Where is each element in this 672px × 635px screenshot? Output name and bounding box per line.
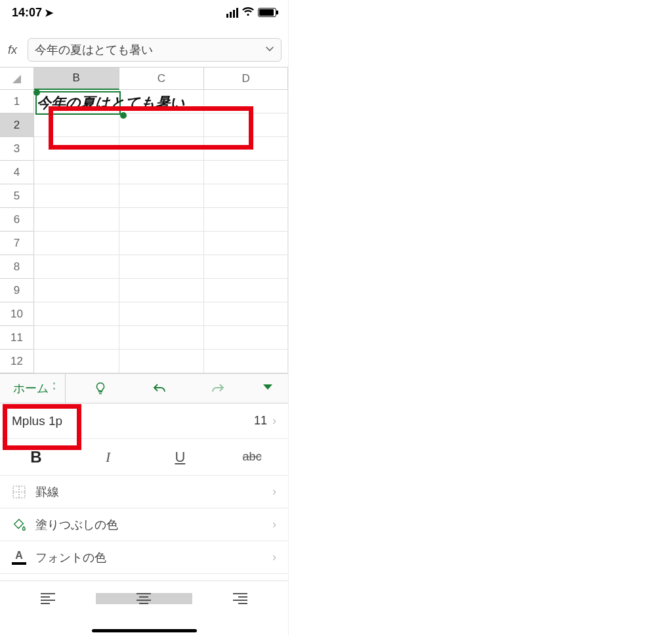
cell[interactable] (34, 232, 119, 255)
row-header[interactable]: 3 (0, 137, 34, 161)
paint-bucket-icon (12, 518, 35, 532)
status-time: 14:07➤ (12, 6, 53, 20)
row-header[interactable]: 6 (0, 208, 34, 232)
cell[interactable] (119, 208, 205, 232)
font-color-label: フォントの色 (35, 550, 106, 565)
row-header[interactable]: 8 (0, 255, 34, 279)
cell[interactable] (34, 350, 119, 373)
row-header[interactable]: 4 (0, 161, 34, 184)
wifi-icon (242, 7, 254, 18)
annotation-highlight (49, 106, 253, 150)
row-header[interactable]: 10 (0, 302, 34, 326)
cell[interactable] (34, 302, 119, 326)
home-indicator[interactable] (92, 629, 197, 632)
borders-button[interactable]: 罫線 › (0, 476, 288, 508)
font-color-button[interactable]: A フォントの色 › (0, 541, 288, 574)
undo-icon[interactable] (130, 381, 189, 396)
cell[interactable] (119, 161, 205, 184)
formula-input[interactable]: 今年の夏はとても暑い (28, 38, 282, 62)
cell[interactable] (34, 208, 119, 232)
fill-color-label: 塗りつぶしの色 (35, 517, 118, 533)
cell[interactable] (34, 279, 119, 302)
row-header[interactable]: 12 (0, 350, 34, 373)
battery-icon (258, 8, 276, 17)
fx-label: fx (8, 43, 22, 57)
cell[interactable] (204, 350, 288, 373)
align-left-button[interactable] (0, 593, 96, 604)
ribbon-tab-home[interactable]: ホーム (0, 380, 52, 396)
cell[interactable] (119, 279, 205, 302)
cell[interactable] (204, 255, 288, 279)
cell[interactable] (34, 255, 119, 279)
font-color-icon: A (12, 550, 35, 565)
status-bar: 14:07➤ (0, 0, 288, 22)
chevron-right-icon: › (272, 414, 276, 428)
cell[interactable] (119, 326, 205, 350)
signal-icon (226, 8, 238, 18)
row-header[interactable]: 1 (0, 90, 34, 113)
row-header[interactable]: 9 (0, 279, 34, 302)
italic-button[interactable]: I (72, 439, 144, 475)
annotation-highlight (3, 404, 81, 450)
cell[interactable] (119, 232, 205, 255)
cell[interactable] (119, 184, 205, 208)
font-size-button[interactable]: 11 (254, 414, 267, 428)
chevron-down-icon[interactable] (265, 44, 274, 56)
cell[interactable] (204, 208, 288, 232)
select-all-corner[interactable] (0, 68, 34, 90)
row-header[interactable]: 5 (0, 184, 34, 208)
row-header[interactable]: 11 (0, 326, 34, 350)
cell[interactable] (119, 255, 205, 279)
underline-button[interactable]: U (144, 439, 217, 475)
row-header[interactable]: 2 (0, 113, 34, 137)
cell[interactable] (119, 350, 205, 373)
cell[interactable] (204, 232, 288, 255)
align-center-button[interactable] (96, 593, 192, 604)
chevron-right-icon: › (272, 485, 276, 499)
cell[interactable] (34, 184, 119, 208)
cell[interactable] (204, 161, 288, 184)
redo-icon[interactable] (188, 381, 247, 396)
cell[interactable] (119, 302, 205, 326)
align-right-button[interactable] (192, 593, 288, 604)
location-icon: ➤ (45, 7, 53, 18)
cell[interactable] (204, 184, 288, 208)
chevron-right-icon: › (272, 518, 276, 531)
formula-value: 今年の夏はとても暑い (35, 39, 257, 61)
collapse-panel-icon[interactable] (247, 382, 288, 394)
row-header[interactable]: 7 (0, 232, 34, 255)
strikethrough-button[interactable]: abc (216, 439, 288, 475)
fill-color-button[interactable]: 塗りつぶしの色 › (0, 508, 288, 541)
borders-label: 罫線 (35, 484, 59, 500)
cell[interactable] (204, 326, 288, 350)
cell[interactable] (204, 279, 288, 302)
divider (65, 374, 66, 403)
col-header-B[interactable]: B (34, 68, 119, 90)
lightbulb-icon[interactable] (71, 381, 130, 396)
borders-icon (12, 485, 35, 499)
cell[interactable] (34, 161, 119, 184)
cell[interactable] (34, 326, 119, 350)
col-header-C[interactable]: C (119, 68, 205, 90)
col-header-D[interactable]: D (204, 68, 288, 90)
tab-chevron-icon[interactable]: ˄˅ (52, 383, 60, 394)
chevron-right-icon: › (272, 550, 276, 564)
cell[interactable] (204, 302, 288, 326)
